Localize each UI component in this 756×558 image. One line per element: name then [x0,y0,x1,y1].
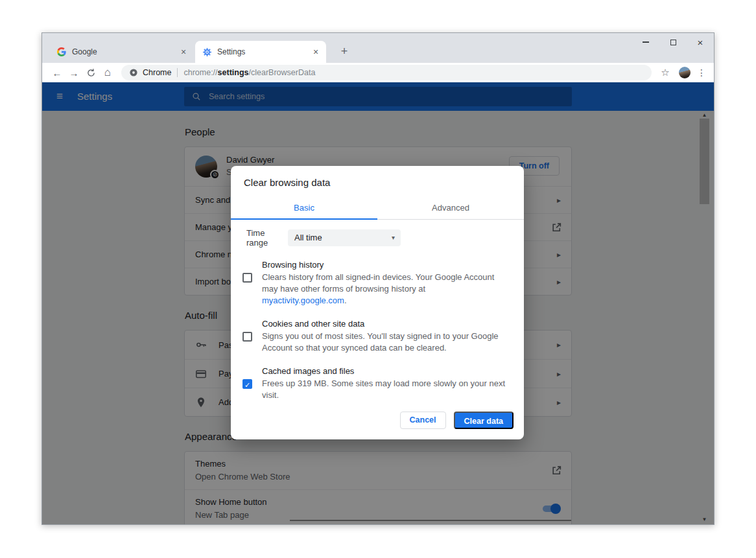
google-favicon-icon [56,47,67,57]
close-icon: × [698,38,703,47]
menu-dots-icon[interactable]: ⋮ [696,67,707,78]
window-controls: × [632,33,714,52]
checkbox-row-browsing-history: ✓ Browsing history Clears history from a… [242,260,514,307]
browser-window: Google × Settings [41,32,715,525]
tab-title: Google [72,47,178,56]
browsing-history-checkbox[interactable]: ✓ [242,273,252,283]
forward-button[interactable]: → [65,67,82,78]
item-text: Cached images and files Frees up 319 MB.… [262,366,514,401]
myactivity-link[interactable]: myactivity.google.com [262,296,344,305]
chrome-site-icon [129,68,138,77]
tab-title: Settings [217,47,311,56]
item-title: Browsing history [262,260,511,270]
tab-advanced[interactable]: Advanced [377,198,524,219]
toolbar-right: ☆ ⋮ [657,67,707,78]
desktop: Google × Settings [0,0,756,558]
settings-gear-favicon-icon [202,47,212,57]
time-range-row: Time range All time ▾ [246,228,514,248]
tab-close-icon[interactable]: × [311,47,321,57]
profile-avatar[interactable] [679,67,691,78]
dialog-tabs: Basic Advanced [231,198,524,220]
clear-data-button[interactable]: Clear data [454,412,514,429]
tab-google[interactable]: Google × [50,41,194,63]
dialog-body: Time range All time ▾ ✓ Browsing history… [231,228,524,401]
time-range-label: Time range [246,228,288,248]
tab-strip: Google × Settings [42,33,714,63]
omnibox[interactable]: Chrome chrome://settings/clearBrowserDat… [121,65,652,80]
time-range-select[interactable]: All time ▾ [288,229,401,246]
item-description: Signs you out of most sites. You'll stay… [262,331,511,354]
bookmark-star-icon[interactable]: ☆ [657,67,674,78]
minimize-button[interactable] [632,33,659,51]
omnibox-divider [177,68,178,77]
maximize-button[interactable] [659,33,687,51]
dialog-footer: Cancel Clear data [400,412,514,429]
maximize-icon [670,40,676,45]
browser-toolbar: ← → ⌂ Chrome chrome://settings/clear [42,63,714,82]
item-text: Cookies and other site data Signs you ou… [262,319,514,354]
close-button[interactable]: × [687,33,714,51]
site-label: Chrome [143,68,171,77]
item-title: Cookies and other site data [262,319,511,329]
reload-button[interactable] [82,68,99,78]
checkbox-row-cached-images: ✓ Cached images and files Frees up 319 M… [242,366,514,401]
time-range-value: All time [294,233,322,242]
tab-close-icon[interactable]: × [178,47,189,57]
tab-settings[interactable]: Settings × [195,41,326,63]
tab-basic[interactable]: Basic [231,198,377,219]
minimize-icon [643,41,649,43]
checkbox-row-cookies: ✓ Cookies and other site data Signs you … [242,319,514,354]
back-button[interactable]: ← [49,67,65,78]
item-description: Clears history from all signed-in device… [262,272,511,307]
cancel-button[interactable]: Cancel [400,412,446,429]
cached-images-checkbox[interactable]: ✓ [242,379,252,389]
item-title: Cached images and files [262,366,511,376]
dialog-title: Clear browsing data [231,166,524,188]
new-tab-button[interactable]: + [335,42,353,60]
cookies-checkbox[interactable]: ✓ [242,332,252,342]
item-description: Frees up 319 MB. Some sites may load mor… [262,378,511,401]
caret-down-icon: ▾ [392,229,395,246]
home-button[interactable]: ⌂ [99,66,116,79]
url-text: chrome://settings/clearBrowserData [183,68,315,77]
item-text: Browsing history Clears history from all… [262,260,514,307]
clear-browsing-data-dialog: Clear browsing data Basic Advanced Time … [231,166,524,439]
